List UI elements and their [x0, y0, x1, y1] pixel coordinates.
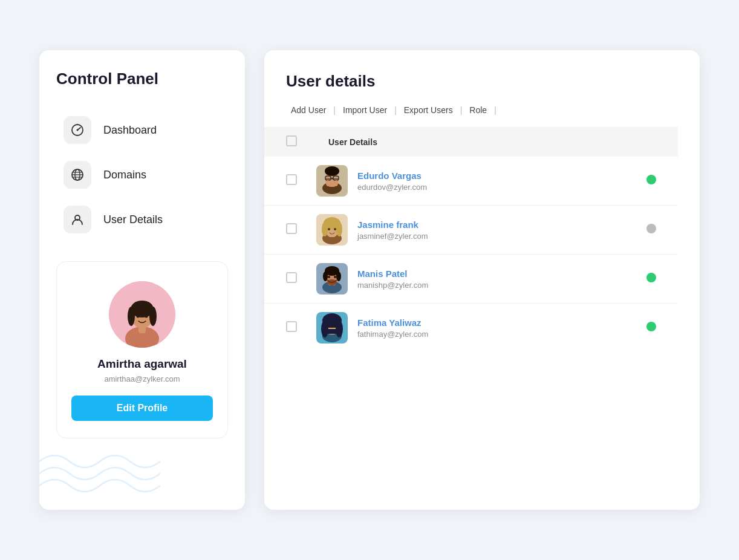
- status-cell: [590, 157, 678, 206]
- user-email: edurdov@zyler.com: [357, 183, 427, 192]
- svg-point-1: [77, 129, 79, 131]
- svg-point-44: [328, 276, 330, 278]
- dashboard-icon: [63, 116, 91, 144]
- domains-icon: [63, 161, 91, 189]
- select-all-checkbox[interactable]: [286, 135, 297, 146]
- user-details-column-header: User Details: [307, 127, 590, 157]
- user-info-cell: Fatima Yaliwaz fathimay@zyler.com: [307, 304, 590, 353]
- row-checkbox-cell: [264, 206, 307, 255]
- user-name: Edurdo Vargas: [357, 171, 427, 181]
- status-cell: [590, 255, 678, 304]
- user-info-cell: Jasmine frank jasminef@zyler.com: [307, 206, 590, 255]
- main-panel: User details Add User | Import User | Ex…: [264, 50, 700, 510]
- row-checkbox[interactable]: [286, 321, 297, 332]
- svg-point-15: [137, 315, 140, 318]
- table-header-row: User Details: [264, 127, 678, 157]
- svg-rect-21: [325, 178, 339, 180]
- row-checkbox-cell: [264, 157, 307, 206]
- svg-point-35: [328, 228, 330, 230]
- main-title: User details: [264, 72, 678, 91]
- edit-profile-button[interactable]: Edit Profile: [71, 396, 213, 421]
- status-column-header: [590, 127, 678, 157]
- svg-point-33: [322, 222, 328, 236]
- sidebar-item-dashboard[interactable]: Dashboard: [56, 110, 228, 150]
- svg-point-27: [334, 180, 338, 186]
- user-info: Edurdo Vargas edurdov@zyler.com: [357, 171, 427, 192]
- profile-card: Amirtha agarwal amirthaa@zylker.com Edit…: [56, 261, 228, 438]
- user-email: jasminef@zyler.com: [357, 232, 428, 241]
- user-email: fathimay@zyler.com: [357, 330, 428, 339]
- sep-2: |: [394, 105, 397, 115]
- user-info-cell: Manis Patel manishp@zyler.com: [307, 255, 590, 304]
- svg-point-13: [128, 307, 135, 326]
- svg-point-45: [334, 276, 336, 278]
- sidebar-item-domains[interactable]: Domains: [56, 155, 228, 195]
- svg-point-26: [326, 180, 330, 186]
- svg-point-42: [323, 272, 328, 281]
- row-checkbox[interactable]: [286, 272, 297, 283]
- avatar: [109, 281, 175, 348]
- user-info: Fatima Yaliwaz fathimay@zyler.com: [357, 317, 428, 339]
- user-avatar: [316, 214, 348, 246]
- sidebar: Control Panel Dashboard: [39, 50, 245, 510]
- user-email: manishp@zyler.com: [357, 281, 428, 290]
- sep-4: |: [494, 105, 496, 115]
- user-details-label: User Details: [103, 213, 163, 226]
- import-user-button[interactable]: Import User: [338, 103, 392, 117]
- svg-rect-56: [322, 329, 342, 334]
- status-indicator: [646, 322, 656, 331]
- profile-email: amirthaa@zylker.com: [71, 374, 213, 383]
- export-users-button[interactable]: Export Users: [399, 103, 458, 117]
- user-info: Jasmine frank jasminef@zyler.com: [357, 220, 428, 241]
- wave-decoration: [39, 437, 160, 510]
- table-row: Jasmine frank jasminef@zyler.com: [264, 206, 678, 255]
- profile-name: Amirtha agarwal: [71, 357, 213, 371]
- user-avatar: [316, 165, 348, 197]
- status-cell: [590, 206, 678, 255]
- svg-point-25: [325, 166, 339, 176]
- header-checkbox-cell: [264, 127, 307, 157]
- svg-point-55: [334, 325, 336, 328]
- svg-point-54: [328, 325, 330, 328]
- sep-1: |: [333, 105, 336, 115]
- sidebar-item-user-details[interactable]: User Details: [56, 200, 228, 239]
- sidebar-title: Control Panel: [56, 70, 228, 88]
- table-row: Edurdo Vargas edurdov@zyler.com: [264, 157, 678, 206]
- row-checkbox-cell: [264, 255, 307, 304]
- user-info: Manis Patel manishp@zyler.com: [357, 269, 428, 290]
- row-checkbox[interactable]: [286, 223, 297, 234]
- svg-point-14: [149, 307, 157, 326]
- user-avatar: [316, 312, 348, 343]
- status-indicator: [646, 175, 656, 184]
- status-cell: [590, 304, 678, 353]
- add-user-button[interactable]: Add User: [286, 103, 331, 117]
- toolbar: Add User | Import User | Export Users | …: [264, 103, 678, 117]
- svg-point-36: [334, 228, 336, 230]
- svg-point-16: [145, 315, 148, 318]
- user-name: Fatima Yaliwaz: [357, 317, 428, 328]
- status-indicator: [646, 273, 656, 282]
- user-avatar: [316, 263, 348, 295]
- user-name: Jasmine frank: [357, 220, 428, 230]
- nav-menu: Dashboard Domains: [56, 110, 228, 239]
- dashboard-label: Dashboard: [103, 124, 157, 137]
- row-checkbox-cell: [264, 304, 307, 353]
- user-info-cell: Edurdo Vargas edurdov@zyler.com: [307, 157, 590, 206]
- row-checkbox[interactable]: [286, 174, 297, 185]
- user-table: User Details Edurdo Varg: [264, 127, 678, 352]
- role-button[interactable]: Role: [464, 103, 492, 117]
- user-name: Manis Patel: [357, 269, 428, 279]
- status-indicator: [646, 224, 656, 233]
- user-details-icon: [63, 206, 91, 233]
- domains-label: Domains: [103, 169, 146, 181]
- sep-3: |: [460, 105, 463, 115]
- svg-rect-24: [331, 178, 333, 178]
- table-row: Manis Patel manishp@zyler.com: [264, 255, 678, 304]
- svg-point-34: [336, 222, 342, 236]
- svg-point-43: [336, 272, 341, 281]
- table-row: Fatima Yaliwaz fathimay@zyler.com: [264, 304, 678, 353]
